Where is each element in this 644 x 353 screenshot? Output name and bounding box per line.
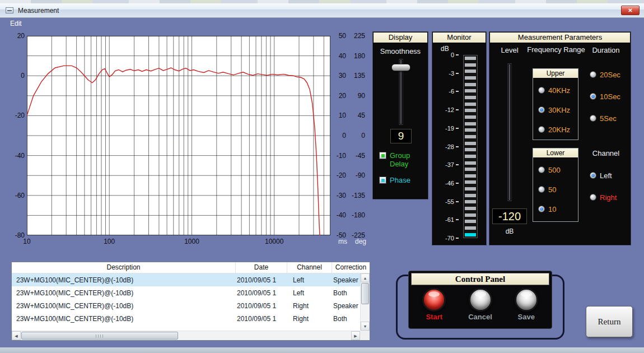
meter-scale-text: -55 (445, 198, 454, 205)
meter-tick (456, 109, 459, 110)
deg-axis-labels: 22518013590450-45-90-135-180-225 (348, 36, 366, 235)
deg-tick-label: -180 (352, 211, 365, 219)
meter-segment (465, 122, 476, 126)
level-unit-label: dB (492, 227, 527, 235)
header-date[interactable]: Date (236, 262, 287, 273)
vertical-scroll-thumb[interactable] (361, 283, 369, 304)
cell-description: 23W+MG100(MIC_CENTER)@(-10dB) (12, 276, 236, 284)
meter-scale: 0-3-6-12-19-28-37-46-55-61-70 (433, 55, 461, 238)
upper-group-title: Upper (533, 69, 578, 78)
meter-scale-text: -46 (445, 180, 454, 187)
radio-channel-left[interactable]: Left (590, 169, 617, 182)
deg-tick-label: 225 (354, 32, 365, 40)
radio-duration-10sec[interactable]: 10Sec (590, 90, 620, 103)
radio-icon (590, 194, 596, 201)
level-slider-track[interactable] (508, 64, 511, 201)
start-button[interactable] (422, 288, 446, 312)
ms-tick-label: -30 (337, 192, 346, 199)
radio-lower-500[interactable]: 500 (538, 164, 578, 176)
table-row[interactable]: 23W+MG100(MIC_CENTER)@(-10dB)2010/09/05 … (12, 286, 360, 299)
ms-unit-label: ms (334, 238, 347, 245)
radio-duration-20sec[interactable]: 20Sec (590, 68, 620, 81)
meter-tick (456, 146, 459, 147)
ms-tick-label: 50 (339, 32, 346, 40)
meter-scale-text: -70 (445, 235, 454, 241)
checkbox-icon[interactable] (379, 152, 386, 159)
control-panel-title: Control Panel (411, 273, 549, 285)
meter-segment (465, 96, 476, 99)
meter-scale-label: -3 (449, 70, 459, 77)
control-save-group: Save (506, 288, 547, 321)
freq-tick-label: 10000 (265, 238, 283, 245)
scroll-up-icon[interactable]: ▲ (361, 273, 370, 282)
app-icon (6, 7, 13, 13)
header-correction[interactable]: Correction (332, 262, 370, 273)
return-button[interactable]: Return (586, 306, 633, 337)
deg-unit-label: deg (348, 238, 366, 245)
return-button-label: Return (598, 317, 621, 327)
window-titlebar: Measurement ✕ (0, 3, 644, 18)
radio-icon (538, 186, 545, 193)
meter-segment (465, 187, 476, 191)
meter-segment (465, 83, 476, 86)
radio-icon (590, 93, 596, 100)
meter-scale-label: -61 (445, 216, 459, 223)
radio-lower-50[interactable]: 50 (538, 183, 578, 196)
table-row[interactable]: 23W+MG100(MIC_CENTER)@(-10dB)2010/09/05 … (12, 299, 360, 312)
radio-upper-30khz[interactable]: 30KHz (538, 104, 578, 116)
cell-correction: Both (332, 289, 360, 297)
save-button[interactable] (515, 288, 538, 312)
menu-edit[interactable]: Edit (10, 20, 22, 27)
meter-segment (465, 200, 476, 203)
table-row[interactable]: 23W+MG100(MIC_CENTER)@(-10dB)2010/09/05 … (12, 312, 360, 325)
radio-duration-5sec[interactable]: 5Sec (590, 112, 620, 124)
radio-upper-20khz[interactable]: 20KHz (538, 123, 578, 136)
checkbox-icon[interactable] (379, 176, 386, 184)
radio-icon (590, 71, 596, 78)
smoothness-value: 9 (390, 129, 412, 143)
radio-channel-right[interactable]: Right (590, 191, 617, 203)
deg-tick-label: 180 (354, 52, 365, 60)
vertical-scrollbar[interactable]: ▲ ▼ (360, 273, 370, 331)
window-title: Measurement (18, 7, 59, 15)
meter-scale-text: -61 (445, 216, 454, 223)
close-button[interactable]: ✕ (621, 6, 640, 15)
radio-icon (538, 87, 545, 94)
frequency-response-chart (27, 36, 330, 235)
table-row[interactable]: 23W+MG100(MIC_CENTER)@(-10dB)2010/09/05 … (12, 273, 360, 286)
meter-scale-text: -6 (449, 88, 454, 95)
radio-icon (590, 172, 596, 179)
radio-label: 10Sec (600, 92, 620, 101)
meter-scale-text: -19 (445, 125, 454, 132)
radio-upper-40khz[interactable]: 40KHz (538, 84, 578, 96)
smoothness-slider-thumb[interactable] (391, 64, 410, 71)
scroll-down-icon[interactable]: ▼ (361, 322, 370, 331)
checkbox-phase[interactable]: Phase (379, 176, 427, 184)
monitor-panel: Monitor dB 0-3-6-12-19-28-37-46-55-61-70 (432, 32, 486, 245)
header-description[interactable]: Description (12, 262, 236, 273)
header-channel[interactable]: Channel (287, 262, 332, 273)
meter-scale-label: -37 (445, 161, 459, 168)
scroll-right-icon[interactable]: ▶ (351, 331, 360, 340)
meter-tick (456, 201, 459, 202)
radio-lower-10[interactable]: 10 (538, 203, 578, 215)
table-header: Description Date Channel Correction (12, 262, 370, 273)
meter-scale-text: 0 (451, 52, 454, 58)
meter-tick (456, 73, 459, 74)
scroll-left-icon[interactable]: ◀ (12, 331, 21, 340)
horizontal-scroll-thumb[interactable] (21, 332, 178, 340)
meter-tick (456, 91, 459, 92)
smoothness-slider[interactable] (391, 59, 410, 124)
meter-segment (465, 142, 476, 145)
ms-tick-label: 10 (339, 112, 346, 119)
meter-segment (465, 103, 476, 106)
horizontal-scrollbar[interactable]: ◀ ▶ (12, 331, 360, 340)
level-slider[interactable] (500, 64, 519, 201)
cell-correction: Both (332, 315, 360, 323)
meter-segment (465, 135, 476, 138)
level-meter (463, 55, 478, 238)
cancel-button[interactable] (469, 288, 492, 312)
radio-label: Right (600, 193, 617, 202)
meter-segment (465, 168, 476, 171)
checkbox-group-delay[interactable]: Group Delay (379, 151, 427, 168)
